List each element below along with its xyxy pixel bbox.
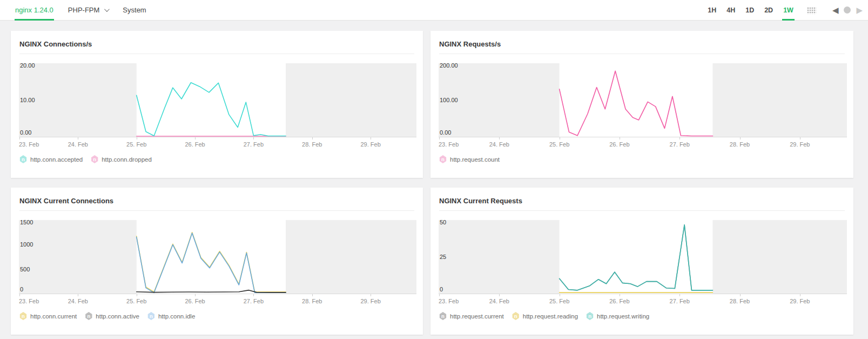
chart-plot[interactable]: 150010005000 — [19, 220, 416, 294]
x-tick-label: 27. Feb — [244, 141, 264, 148]
nginx-hexagon-icon: n — [147, 312, 155, 320]
chart-plot[interactable]: 200.00100.000.00 — [439, 63, 847, 137]
x-tick-label: 25. Feb — [549, 141, 569, 148]
series-line-http-conn-active — [137, 290, 286, 293]
time-range-1h[interactable]: 1H — [706, 0, 717, 20]
time-range-1w[interactable]: 1W — [782, 0, 795, 20]
chart-plot[interactable]: 20.0010.000.00 — [19, 63, 416, 137]
legend-item-http-conn-dropped[interactable]: nhttp.conn.dropped — [91, 155, 152, 163]
nginx-hexagon-icon: n — [512, 312, 520, 320]
time-range-4h[interactable]: 4H — [725, 0, 736, 20]
chart-legend: nhttp.conn.currentnhttp.conn.activenhttp… — [19, 312, 414, 320]
x-tick-label: 26. Feb — [185, 298, 205, 304]
x-tick-label: 28. Feb — [730, 141, 750, 148]
no-data-region — [286, 220, 416, 294]
tab-nginx-1-24-0[interactable]: nginx 1.24.0 — [15, 0, 54, 20]
tab-label: PHP-FPM — [68, 6, 100, 14]
x-axis-labels: 23. Feb24. Feb25. Feb26. Feb27. Feb28. F… — [19, 294, 416, 307]
chart-legend: nhttp.request.currentnhttp.request.readi… — [439, 312, 845, 320]
dashboard-main: NGINX Connections/s 20.0010.000.00 23. F… — [0, 21, 868, 335]
tab-php-fpm[interactable]: PHP-FPM — [68, 0, 109, 20]
legend-label: http.request.current — [450, 313, 504, 320]
dashboard-grid-icon[interactable] — [807, 6, 816, 14]
chevron-down-icon — [104, 6, 110, 12]
chart-card-nginx-current-requests: NGINX Current Requests 50250 23. Feb24. … — [430, 188, 853, 335]
no-data-region — [19, 63, 137, 137]
no-data-region — [286, 63, 416, 137]
x-tick — [560, 137, 560, 139]
legend-item-http-request-reading[interactable]: nhttp.request.reading — [512, 312, 578, 320]
step-forward-icon[interactable]: ▶ — [856, 6, 863, 14]
x-tick — [253, 137, 254, 139]
chart-title: NGINX Current Connections — [11, 188, 423, 210]
time-range-2d[interactable]: 2D — [763, 0, 774, 20]
legend-item-http-conn-active[interactable]: nhttp.conn.active — [85, 312, 139, 320]
no-data-region — [439, 63, 560, 137]
divider — [439, 54, 845, 54]
nginx-hexagon-icon: n — [19, 312, 27, 320]
chart-legend: nhttp.conn.acceptednhttp.conn.dropped — [19, 155, 414, 163]
series-line-http-conn-accepted — [137, 83, 286, 136]
x-tick-label: 23. Feb — [19, 141, 39, 148]
chart-canvas — [19, 220, 416, 294]
x-tick-label: 24. Feb — [68, 298, 88, 304]
x-tick — [253, 294, 254, 296]
record-icon[interactable] — [844, 6, 851, 14]
chart-plot[interactable]: 50250 — [439, 220, 847, 294]
legend-label: http.request.writing — [597, 313, 649, 320]
x-tick — [740, 294, 741, 296]
divider — [19, 54, 414, 54]
legend-item-http-conn-current[interactable]: nhttp.conn.current — [19, 312, 77, 320]
x-axis-labels: 23. Feb24. Feb25. Feb26. Feb27. Feb28. F… — [19, 137, 416, 150]
x-tick-label: 28. Feb — [302, 298, 322, 304]
x-tick-label: 27. Feb — [670, 298, 690, 304]
x-tick — [499, 137, 500, 139]
x-tick-label: 26. Feb — [609, 298, 629, 304]
x-tick — [679, 137, 680, 139]
legend-label: http.conn.dropped — [102, 156, 152, 163]
nav-tabs: nginx 1.24.0PHP-FPMSystem — [15, 0, 147, 20]
legend-label: http.request.count — [450, 156, 500, 163]
x-tick — [439, 137, 440, 139]
legend-label: http.conn.active — [96, 313, 139, 320]
x-axis-labels: 23. Feb24. Feb25. Feb26. Feb27. Feb28. F… — [439, 294, 847, 307]
nginx-hexagon-icon: n — [586, 312, 594, 320]
x-tick-label: 26. Feb — [185, 141, 205, 148]
chart-canvas — [439, 220, 847, 294]
tab-label: System — [123, 6, 146, 14]
legend-item-http-conn-idle[interactable]: nhttp.conn.idle — [147, 312, 195, 320]
x-tick — [195, 137, 196, 139]
step-back-icon[interactable]: ◀ — [832, 6, 839, 14]
x-tick-label: 23. Feb — [439, 141, 459, 148]
x-tick-label: 23. Feb — [19, 298, 39, 304]
nginx-hexagon-icon: n — [85, 312, 92, 320]
x-tick-label: 27. Feb — [244, 298, 264, 304]
divider — [439, 210, 845, 211]
x-tick — [800, 137, 800, 139]
time-playback-controls: ◀ ▶ — [832, 6, 863, 14]
chart-title: NGINX Current Requests — [430, 188, 853, 210]
x-tick-label: 28. Feb — [302, 141, 322, 148]
chart-card-nginx-current-connections: NGINX Current Connections 150010005000 2… — [11, 188, 423, 335]
x-tick — [499, 294, 500, 296]
x-tick — [740, 137, 741, 139]
time-range-1d[interactable]: 1D — [744, 0, 755, 20]
x-tick-label: 25. Feb — [126, 298, 146, 304]
nginx-hexagon-icon: n — [439, 312, 447, 320]
x-tick-label: 23. Feb — [439, 298, 459, 304]
legend-item-http-conn-accepted[interactable]: nhttp.conn.accepted — [19, 155, 83, 163]
legend-item-http-request-count[interactable]: nhttp.request.count — [439, 155, 500, 163]
no-data-region — [439, 220, 560, 294]
nginx-hexagon-icon: n — [439, 155, 447, 163]
x-tick-label: 29. Feb — [790, 298, 810, 304]
x-axis-labels: 23. Feb24. Feb25. Feb26. Feb27. Feb28. F… — [439, 137, 847, 150]
chart-title: NGINX Requests/s — [430, 31, 853, 54]
x-tick — [560, 294, 560, 296]
x-tick-label: 28. Feb — [730, 298, 750, 304]
nginx-hexagon-icon: n — [91, 155, 98, 163]
legend-item-http-request-writing[interactable]: nhttp.request.writing — [586, 312, 649, 320]
legend-item-http-request-current[interactable]: nhttp.request.current — [439, 312, 504, 320]
chart-canvas — [19, 63, 416, 137]
tab-system[interactable]: System — [122, 0, 146, 20]
x-tick — [620, 137, 620, 139]
